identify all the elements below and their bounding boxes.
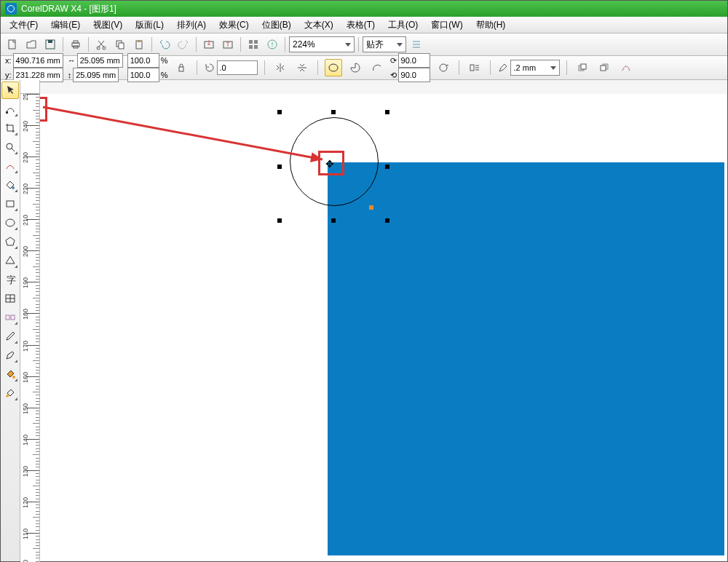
menu-tables[interactable]: 表格(T)	[341, 17, 381, 33]
undo-button[interactable]	[156, 36, 173, 53]
selection-handle[interactable]	[385, 110, 389, 114]
lock-ratio-button[interactable]	[173, 59, 190, 76]
outline-width-group: .2 mm	[497, 60, 560, 76]
app-launcher-button[interactable]	[245, 36, 262, 53]
outline-tool[interactable]	[1, 347, 19, 364]
table-tool[interactable]	[1, 290, 19, 307]
redo-button[interactable]	[175, 36, 192, 53]
import-button[interactable]	[200, 36, 218, 53]
eyedropper-tool[interactable]	[1, 328, 19, 345]
drawing-canvas[interactable]: ✥	[40, 94, 727, 561]
svg-rect-22	[470, 65, 474, 71]
ellipse-mode-button[interactable]	[325, 59, 342, 76]
smart-fill-tool[interactable]	[1, 176, 19, 194]
menu-arrange[interactable]: 排列(A)	[171, 17, 212, 33]
arc-direction-button[interactable]	[435, 59, 452, 76]
app-logo-icon	[5, 3, 17, 15]
svg-rect-4	[74, 41, 78, 43]
svg-rect-9	[119, 43, 124, 49]
to-front-button[interactable]	[574, 59, 591, 76]
menu-text[interactable]: 文本(X)	[298, 17, 339, 33]
vertical-ruler[interactable]: 2502402302202102001901801701601501401301…	[20, 94, 40, 562]
snap-label: 贴齐	[366, 39, 384, 51]
ruler-origin[interactable]	[20, 80, 40, 94]
scale-x-input[interactable]: 100.0	[127, 53, 159, 68]
object-size: ↔ 25.095 mm ↕ 25.095 mm	[68, 53, 123, 82]
crop-tool[interactable]	[1, 119, 19, 137]
polygon-tool[interactable]	[1, 233, 19, 250]
cut-button[interactable]	[92, 36, 110, 53]
menu-bitmaps[interactable]: 位图(B)	[256, 17, 297, 33]
copy-button[interactable]	[111, 36, 129, 53]
selection-handle[interactable]	[277, 110, 282, 114]
menu-bar: 文件(F) 编辑(E) 视图(V) 版面(L) 排列(A) 效果(C) 位图(B…	[1, 17, 727, 33]
new-button[interactable]	[4, 36, 21, 53]
svg-text:字: 字	[7, 274, 16, 285]
chevron-down-icon	[397, 43, 403, 47]
shape-tool[interactable]	[1, 100, 19, 118]
menu-help[interactable]: 帮助(H)	[470, 17, 512, 33]
y-label: y:	[5, 71, 12, 80]
svg-point-28	[7, 143, 12, 149]
menu-file[interactable]: 文件(F)	[4, 17, 44, 33]
wrap-text-button[interactable]	[466, 59, 483, 76]
zoom-combo[interactable]: 224%	[289, 36, 355, 52]
export-button[interactable]	[219, 36, 237, 53]
chevron-down-icon	[550, 66, 556, 70]
rotation-input[interactable]: .0	[217, 60, 258, 75]
menu-edit[interactable]: 编辑(E)	[45, 17, 86, 33]
interactive-fill-tool[interactable]	[1, 384, 19, 402]
arc-start-input[interactable]: 90.0	[398, 53, 430, 68]
print-button[interactable]	[67, 36, 84, 53]
rectangle-tool[interactable]	[1, 195, 19, 213]
window-title: CorelDRAW X4 - [图形1]	[21, 3, 116, 15]
object-scale: 100.0 % 100.0 %	[127, 53, 168, 82]
mirror-v-button[interactable]	[293, 59, 311, 76]
basic-shapes-tool[interactable]	[1, 252, 19, 269]
app-window: CorelDRAW X4 - [图形1] 文件(F) 编辑(E) 视图(V) 版…	[0, 0, 728, 562]
to-back-button[interactable]	[596, 59, 613, 76]
selection-handle[interactable]	[331, 110, 336, 114]
rotation-group: .0	[204, 60, 258, 75]
pie-mode-button[interactable]	[347, 59, 364, 76]
selection-handle[interactable]	[277, 218, 282, 223]
width-input[interactable]: 25.095 mm	[77, 53, 123, 68]
zoom-tool[interactable]	[1, 138, 19, 156]
outline-width-combo[interactable]: .2 mm	[510, 60, 560, 76]
selection-center-icon[interactable]	[369, 205, 373, 210]
open-button[interactable]	[23, 36, 40, 53]
freehand-tool[interactable]	[1, 157, 19, 175]
pen-icon	[497, 62, 509, 74]
mirror-h-button[interactable]	[272, 59, 289, 76]
ellipse-tool[interactable]	[1, 214, 19, 231]
interactive-blend-tool[interactable]	[1, 309, 19, 326]
pick-tool[interactable]	[1, 82, 19, 99]
menu-effects[interactable]: 效果(C)	[213, 17, 255, 33]
canvas-wrap: 4104204304404504604704804905005105205305…	[20, 80, 727, 561]
menu-window[interactable]: 窗口(W)	[425, 17, 468, 33]
menu-tools[interactable]: 工具(O)	[382, 17, 424, 33]
convert-curves-button[interactable]	[617, 59, 635, 76]
svg-rect-15	[254, 40, 258, 44]
arc-mode-button[interactable]	[368, 59, 386, 76]
height-icon: ↕	[68, 71, 72, 80]
svg-rect-35	[11, 315, 15, 320]
selection-handle[interactable]	[277, 165, 282, 169]
x-input[interactable]: 490.716 mm	[13, 53, 63, 68]
selection-handle[interactable]	[331, 218, 336, 223]
welcome-button[interactable]	[264, 36, 281, 53]
svg-rect-17	[254, 45, 258, 49]
fill-tool[interactable]	[1, 365, 19, 383]
text-tool[interactable]: 字	[1, 271, 19, 288]
options-button[interactable]	[408, 36, 425, 53]
snap-combo[interactable]: 贴齐	[363, 36, 406, 52]
selection-handle[interactable]	[385, 165, 389, 169]
selection-handle[interactable]	[385, 218, 389, 223]
save-button[interactable]	[41, 36, 59, 53]
x-label: x:	[5, 56, 12, 66]
paste-button[interactable]	[130, 36, 148, 53]
annotation-source-box	[40, 97, 47, 122]
menu-view[interactable]: 视图(V)	[87, 17, 128, 33]
rotate-icon	[204, 62, 215, 74]
menu-layout[interactable]: 版面(L)	[130, 17, 170, 33]
